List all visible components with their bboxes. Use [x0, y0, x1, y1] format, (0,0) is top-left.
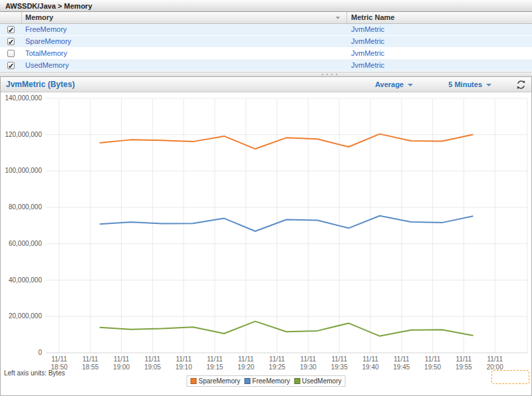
x-tick-label: 11/1119:55	[448, 355, 479, 371]
row-checkbox[interactable]	[7, 26, 15, 33]
x-tick-date: 11/11	[448, 355, 479, 363]
legend-swatch	[244, 378, 250, 384]
x-tick-time: 19:10	[168, 363, 199, 371]
x-tick-label: 11/1119:50	[418, 355, 448, 371]
metric-dimension-link[interactable]: FreeMemory	[25, 25, 66, 33]
row-name-cell: FreeMemory	[22, 24, 347, 35]
row-checkbox-cell	[0, 24, 22, 35]
y-tick-label: 140,000,000	[1, 94, 42, 102]
metric-name-link[interactable]: JvmMetric	[351, 49, 384, 57]
metric-dimension-link[interactable]: SpareMemory	[25, 37, 71, 45]
metric-name-link[interactable]: JvmMetric	[351, 61, 384, 69]
legend-swatch	[294, 378, 300, 384]
table-row: FreeMemoryJvmMetric	[0, 24, 532, 36]
x-tick-date: 11/11	[386, 355, 417, 363]
chart-legend: SpareMemoryFreeMemoryUsedMemory	[187, 375, 346, 387]
x-tick-date: 11/11	[44, 355, 74, 363]
y-tick-label: 60,000,000	[1, 240, 42, 247]
row-checkbox[interactable]	[7, 62, 15, 69]
refresh-button[interactable]	[516, 80, 526, 90]
x-tick-time: 19:45	[386, 363, 417, 371]
chart-panel-header: JvmMetric (Bytes) Average 5 Minutes	[1, 77, 531, 92]
refresh-icon	[516, 80, 526, 90]
y-tick-label: 0	[1, 349, 42, 356]
row-checkbox-cell	[0, 48, 22, 59]
resize-hint-box	[491, 370, 529, 384]
y-tick-label: 40,000,000	[1, 276, 42, 284]
legend-label: UsedMemory	[302, 377, 341, 385]
x-tick-time: 19:00	[106, 363, 137, 371]
y-tick-label: 80,000,000	[1, 203, 42, 211]
x-tick-time: 19:50	[418, 363, 448, 371]
x-tick-date: 11/11	[355, 355, 386, 363]
chevron-down-icon	[408, 84, 413, 86]
cloudwatch-metrics-view: AWSSDK/Java > Memory Memory Metric Name …	[0, 0, 532, 396]
row-checkbox[interactable]	[7, 50, 15, 57]
splitter-grip-icon	[322, 74, 337, 75]
metric-name-link[interactable]: JvmMetric	[351, 37, 384, 45]
chart-title: JvmMetric (Bytes)	[6, 77, 74, 92]
x-tick-date: 11/11	[262, 355, 293, 363]
breadcrumb: AWSSDK/Java > Memory	[0, 0, 532, 12]
FreeMemory-line	[100, 216, 473, 231]
x-tick-time: 19:35	[324, 363, 354, 371]
metric-name-column-label: Metric Name	[351, 13, 394, 21]
x-tick-label: 11/1119:20	[231, 355, 261, 371]
memory-column-header[interactable]: Memory	[22, 12, 347, 23]
legend-label: FreeMemory	[252, 377, 290, 385]
row-checkbox[interactable]	[7, 38, 15, 45]
row-name-cell: SpareMemory	[22, 36, 347, 47]
x-tick-date: 11/11	[75, 355, 106, 363]
sort-desc-icon	[336, 17, 340, 19]
legend-item: SpareMemory	[191, 377, 241, 385]
row-checkbox-cell	[0, 36, 22, 47]
row-metric-cell: JvmMetric	[347, 60, 532, 71]
period-dropdown-label: 5 Minutes	[448, 80, 482, 88]
statistic-dropdown[interactable]: Average	[375, 77, 413, 92]
x-tick-date: 11/11	[168, 355, 199, 363]
x-tick-time: 19:20	[231, 363, 261, 371]
x-tick-time: 19:25	[262, 363, 293, 371]
metric-name-column-header[interactable]: Metric Name	[347, 12, 532, 23]
row-metric-cell: JvmMetric	[347, 24, 532, 35]
x-tick-date: 11/11	[137, 355, 168, 363]
x-tick-label: 11/1119:00	[106, 355, 137, 371]
table-header: Memory Metric Name	[0, 12, 532, 24]
x-tick-label: 11/1119:40	[355, 355, 386, 371]
x-tick-time: 18:55	[75, 363, 106, 371]
chart-panel: JvmMetric (Bytes) Average 5 Minutes 020,…	[0, 77, 532, 396]
x-tick-label: 11/1119:25	[262, 355, 293, 371]
chart-plot-area	[1, 77, 531, 395]
legend-label: SpareMemory	[199, 377, 241, 385]
left-axis-units: Left axis units: Bytes	[4, 369, 65, 377]
row-name-cell: UsedMemory	[22, 60, 347, 71]
row-metric-cell: JvmMetric	[347, 36, 532, 47]
period-dropdown[interactable]: 5 Minutes	[448, 77, 491, 92]
x-tick-time: 19:55	[448, 363, 479, 371]
metric-dimension-link[interactable]: TotalMemory	[25, 49, 67, 57]
table-row: UsedMemoryJvmMetric	[0, 60, 532, 72]
x-tick-label: 11/1119:05	[137, 355, 168, 371]
x-tick-time: 19:05	[137, 363, 168, 371]
x-tick-time: 19:30	[293, 363, 323, 371]
metric-dimension-link[interactable]: UsedMemory	[25, 61, 68, 69]
y-tick-label: 100,000,000	[1, 167, 42, 174]
SpareMemory-line	[100, 134, 473, 149]
table-row: SpareMemoryJvmMetric	[0, 36, 532, 48]
metric-table-body: FreeMemoryJvmMetricSpareMemoryJvmMetricT…	[0, 24, 532, 72]
legend-item: UsedMemory	[294, 377, 341, 385]
statistic-dropdown-label: Average	[375, 80, 404, 88]
row-name-cell: TotalMemory	[22, 48, 347, 59]
UsedMemory-line	[100, 322, 473, 336]
x-tick-time: 19:15	[200, 363, 230, 371]
table-chart-splitter[interactable]	[0, 72, 532, 77]
row-metric-cell: JvmMetric	[347, 48, 532, 59]
metric-name-link[interactable]: JvmMetric	[351, 25, 384, 33]
x-tick-label: 11/1119:45	[386, 355, 417, 371]
x-tick-label: 11/1119:30	[293, 355, 323, 371]
legend-item: FreeMemory	[244, 377, 290, 385]
x-tick-date: 11/11	[418, 355, 448, 363]
x-tick-date: 11/11	[293, 355, 323, 363]
x-tick-label: 11/1118:55	[75, 355, 106, 371]
legend-swatch	[191, 378, 197, 384]
